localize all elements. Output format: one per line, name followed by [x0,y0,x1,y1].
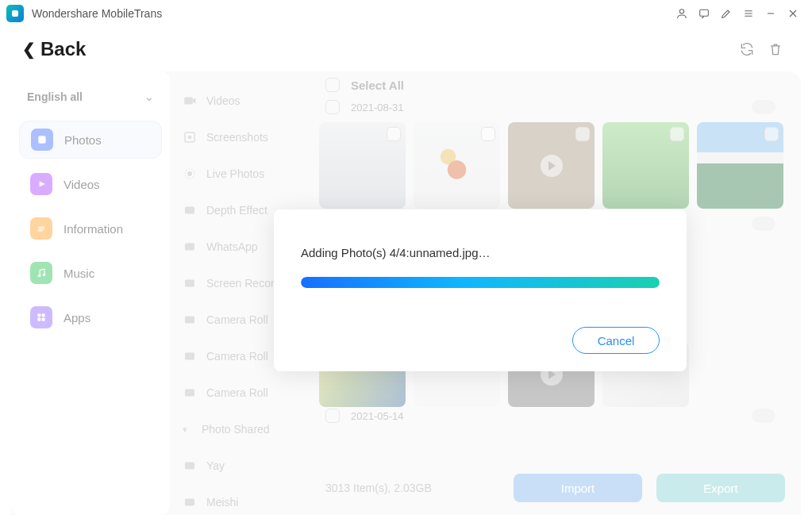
group-count-toggle[interactable] [752,217,775,231]
sidebar-item-information[interactable]: Information [19,209,162,248]
group-date: 2021-05-14 [351,410,404,422]
chevron-down-icon: ⌄ [144,90,154,103]
sidebar-item-label: Music [63,267,94,280]
sidebar-item-videos[interactable]: Videos [19,165,162,203]
sidebar: English all ⌄ Photos Videos Information … [11,71,170,515]
album-label: Camera Roll [206,386,268,399]
progress-bar [301,277,660,288]
svg-rect-1 [700,10,709,16]
import-label: Import [561,482,595,495]
select-all-checkbox[interactable] [325,78,340,92]
account-icon[interactable] [671,2,693,25]
back-button[interactable]: ❮ Back [22,38,86,60]
progress-message: Adding Photo(s) 4/4:unnamed.jpg… [301,246,660,259]
svg-rect-25 [185,499,194,506]
album-label: Depth Effect [206,204,267,217]
album-item-yay[interactable]: Yay [175,447,311,484]
language-selector[interactable]: English all ⌄ [19,81,162,113]
thumbnail[interactable] [508,122,595,209]
delete-button[interactable] [761,35,790,63]
svg-rect-6 [38,230,43,231]
apps-icon [30,306,52,328]
menu-icon[interactable] [737,2,760,25]
sidebar-item-photos[interactable]: Photos [19,121,162,159]
export-label: Export [703,482,737,495]
date-group-row: 2021-05-14 [316,407,801,431]
close-icon[interactable] [782,2,804,25]
svg-point-15 [188,136,192,140]
group-checkbox[interactable] [325,100,340,114]
sidebar-item-label: Apps [63,311,90,324]
album-item-screenshots[interactable]: Screenshots [175,119,311,155]
thumbnail[interactable] [414,122,500,209]
svg-rect-24 [185,463,194,470]
svg-rect-21 [185,317,194,324]
nav: Photos Videos Information Music Apps [19,121,162,336]
refresh-button[interactable] [733,35,761,63]
date-group-row: 2021-08-31 [316,98,801,122]
album-label: Live Photos [206,167,264,180]
svg-rect-23 [185,390,194,397]
titlebar: Wondershare MobileTrans [0,0,812,27]
feedback-icon[interactable] [693,2,715,25]
album-item-livephotos[interactable]: Live Photos [175,155,311,192]
progress-modal: Adding Photo(s) 4/4:unnamed.jpg… Cancel [274,209,687,371]
album-label: Camera Roll [206,313,268,326]
thumbnail[interactable] [697,122,783,209]
app-title: Wondershare MobileTrans [32,7,162,20]
thumb-checkbox[interactable] [481,127,495,141]
album-item-meishi[interactable]: Meishi [175,484,311,515]
thumbnail[interactable] [319,122,406,209]
svg-rect-18 [185,207,194,214]
svg-point-0 [679,10,683,13]
group-count-toggle[interactable] [752,409,775,423]
photos-icon [31,129,53,151]
select-all-row: Select All [316,76,801,98]
sidebar-item-apps[interactable]: Apps [19,298,162,336]
sidebar-item-label: Photos [64,133,102,147]
minimize-icon[interactable] [760,2,782,25]
thumbnail[interactable] [602,122,689,209]
sidebar-item-label: Videos [63,178,100,191]
edit-icon[interactable] [715,2,737,25]
album-label: Meishi [206,496,238,509]
sidebar-item-music[interactable]: Music [19,254,162,292]
videos-icon [30,173,52,195]
footer-summary: 3013 Item(s), 2.03GB [325,482,432,494]
group-date: 2021-08-31 [351,102,404,113]
header: ❮ Back [0,27,812,71]
thumb-checkbox[interactable] [764,127,779,141]
svg-rect-5 [38,228,44,229]
album-label: Camera Roll [206,350,268,363]
play-icon [541,155,563,177]
group-checkbox[interactable] [325,409,340,423]
album-item-photoshared[interactable]: ▾Photo Shared [175,411,311,447]
album-item-videos[interactable]: Videos [175,83,311,119]
svg-rect-13 [184,98,193,105]
svg-rect-19 [185,244,194,251]
album-item-cameraroll-3[interactable]: Camera Roll [175,374,311,411]
svg-rect-20 [185,280,194,287]
svg-rect-11 [37,318,40,321]
footer: 3013 Item(s), 2.03GB Import Export [316,469,785,507]
cancel-label: Cancel [598,334,635,347]
caret-icon: ▾ [183,424,187,435]
thumb-checkbox[interactable] [575,127,590,141]
back-label: Back [40,38,86,60]
progress-bar-fill [301,277,660,288]
thumb-checkbox[interactable] [670,127,684,141]
app-logo [6,5,24,22]
group-count-toggle[interactable] [752,100,775,114]
thumb-checkbox[interactable] [387,127,401,141]
album-label: Videos [206,94,241,107]
svg-rect-2 [38,136,45,143]
export-button[interactable]: Export [656,474,785,502]
import-button[interactable]: Import [514,474,642,502]
chevron-left-icon: ❮ [22,40,36,59]
thumbnail-grid [316,122,801,209]
cancel-button[interactable]: Cancel [572,327,660,354]
svg-rect-9 [37,313,40,317]
information-icon [30,217,52,240]
music-icon [30,262,52,284]
album-label: Screenshots [206,131,268,144]
